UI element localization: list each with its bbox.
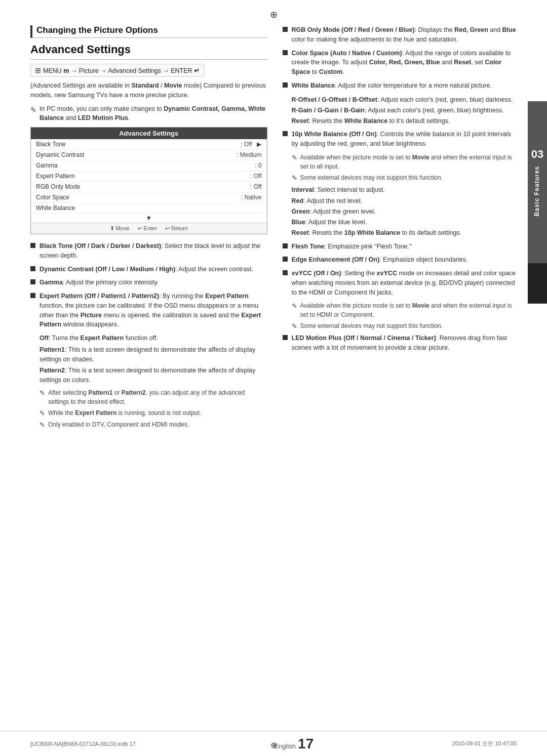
pencil-icon: ✎ <box>292 321 297 331</box>
expert-note-1: ✎ After selecting Pattern1 or Pattern2, … <box>40 388 267 406</box>
white-balance-details: R-Offset / G-Offset / B-Offset: Adjust e… <box>292 95 520 127</box>
bullet-text: RGB Only Mode (Off / Red / Green / Blue)… <box>292 25 520 45</box>
down-arrow-icon: ▼ <box>31 214 267 223</box>
bullet-color-space: Color Space (Auto / Native / Custom): Ad… <box>283 49 520 77</box>
row-label: Expert Pattern <box>31 171 178 182</box>
row-label: Gamma <box>31 160 178 171</box>
xvycc-note-2-text: Some external devices may not support th… <box>300 321 443 331</box>
10p-details: Interval: Select interval to adjust. Red… <box>292 185 520 238</box>
xvycc-note-2: ✎ Some external devices may not support … <box>292 321 520 331</box>
bullet-icon <box>283 335 288 340</box>
table-row-down-arrow: ▼ <box>31 214 267 223</box>
bullet-text: Color Space (Auto / Native / Custom): Ad… <box>292 49 520 77</box>
side-tab: 03 Basic Features <box>528 101 547 263</box>
section-heading-bar: Changing the Picture Options <box>30 25 267 38</box>
settings-rows: Black Tone : Off ▶ Dynamic Contrast : Me… <box>31 139 267 223</box>
bullet-text: White Balance: Adjust the color temperat… <box>292 81 492 91</box>
bullet-icon <box>30 279 35 284</box>
bullet-icon <box>30 293 35 298</box>
menu-icon: ⊞ <box>35 66 41 74</box>
row-label: RGB Only Mode <box>31 182 178 192</box>
footer: [UC8000-NA]BN68-02712A-06L03.indb 17 Eng… <box>0 731 547 756</box>
footer-move: ⬆ Move <box>110 225 130 232</box>
footer-left-text: [UC8000-NA]BN68-02712A-06L03.indb 17 <box>30 741 136 747</box>
pc-mode-note-text: In PC mode, you can only make changes to… <box>40 104 267 123</box>
10p-reset: Reset: Resets the 10p White Balance to i… <box>292 228 520 238</box>
bullet-icon <box>283 27 288 32</box>
expert-pattern2-text: Pattern2: This is a test screen designed… <box>40 366 267 385</box>
row-label: White Balance <box>31 203 178 214</box>
expert-note-2: ✎ While the Expert Pattern is running, s… <box>40 408 267 418</box>
table-title: Advanced Settings <box>31 128 267 139</box>
subsection-title: Advanced Settings <box>30 43 267 60</box>
bullet-expert-pattern: Expert Pattern (Off / Pattern1 / Pattern… <box>30 291 267 329</box>
footer-right-text: 2010-09-01 오전 10:47:00 <box>452 740 517 747</box>
row-value: : Native <box>178 192 267 203</box>
bullet-text: LED Motion Plus (Off / Normal / Cinema /… <box>292 333 520 353</box>
table-row: Gamma : 0 <box>31 160 267 171</box>
pencil-icon: ✎ <box>40 408 45 418</box>
xvycc-note-1-text: Available when the picture mode is set t… <box>300 301 520 319</box>
10p-interval: Interval: Select interval to adjust. <box>292 185 520 195</box>
expert-note-3: ✎ Only enabled in DTV, Component and HDM… <box>40 420 267 430</box>
bullet-white-balance: White Balance: Adjust the color temperat… <box>283 81 520 91</box>
row-value: : Medium <box>178 150 267 160</box>
advanced-settings-table: Advanced Settings Black Tone : Off ▶ Dyn… <box>30 127 267 234</box>
bullet-text: Gamma: Adjust the primary color intensit… <box>40 278 159 287</box>
row-value: : Off ▶ <box>178 139 267 150</box>
expert-pattern1-text: Pattern1: This is a test screen designed… <box>40 345 267 364</box>
bullet-icon <box>30 243 35 248</box>
bullet-dynamic-contrast: Dynamic Contrast (Off / Low / Medium / H… <box>30 265 267 274</box>
chapter-title: Basic Features <box>533 166 541 216</box>
row-value <box>178 203 267 214</box>
menu-nav: ⊞ MENU m → Picture → Advanced Settings →… <box>30 64 204 77</box>
bullet-text: Expert Pattern (Off / Pattern1 / Pattern… <box>40 291 267 329</box>
footer-page-label: English <box>274 742 296 750</box>
10p-red: Red: Adjust the red level. <box>292 196 520 206</box>
row-label: Black Tone <box>31 139 178 150</box>
bullet-text: Flesh Tone: Emphasize pink "Flesh Tone." <box>292 242 412 251</box>
10p-note-1: ✎ Available when the picture mode is set… <box>292 153 520 171</box>
table-row: RGB Only Mode : Off <box>31 182 267 192</box>
table-row: White Balance <box>31 203 267 214</box>
bullet-10p-white-balance: 10p White Balance (Off / On): Controls t… <box>283 130 520 149</box>
bullet-text: Edge Enhancement (Off / On): Emphasize o… <box>292 255 468 265</box>
pencil-icon: ✎ <box>292 173 297 183</box>
row-value: : Off <box>178 182 267 192</box>
top-compass-icon: ⊕ <box>270 9 278 20</box>
table-row: Color Space : Native <box>31 192 267 203</box>
wb-detail-2: R-Gain / G-Gain / B-Gain: Adjust each co… <box>292 105 520 116</box>
expert-note-1-text: After selecting Pattern1 or Pattern2, yo… <box>48 388 267 406</box>
row-label: Color Space <box>31 192 178 203</box>
expert-note-2-text: While the Expert Pattern is running, sou… <box>48 408 201 418</box>
bullet-icon <box>283 243 288 248</box>
bullet-flesh-tone: Flesh Tone: Emphasize pink "Flesh Tone." <box>283 242 520 251</box>
xvycc-note-1: ✎ Available when the picture mode is set… <box>292 301 520 319</box>
table-row: Dynamic Contrast : Medium <box>31 150 267 160</box>
footer-return: ↩ Return <box>165 225 188 232</box>
expert-off-text: Off: Turns the Expert Pattern function o… <box>40 333 267 343</box>
bullet-icon <box>30 266 35 271</box>
bullet-text: xvYCC (Off / On): Setting the xvYCC mode… <box>292 269 520 297</box>
10p-note-2: ✎ Some external devices may not support … <box>292 173 520 183</box>
footer-enter: ↵ Enter <box>138 225 157 232</box>
bullet-edge-enhancement: Edge Enhancement (Off / On): Emphasize o… <box>283 255 520 265</box>
pencil-icon: ✎ <box>40 420 45 430</box>
bullet-icon <box>283 270 288 275</box>
bullet-text: Black Tone (Off / Dark / Darker / Darkes… <box>40 241 267 261</box>
bullet-icon <box>283 257 288 262</box>
chapter-number: 03 <box>531 148 543 161</box>
10p-green: Green: Adjust the green level. <box>292 206 520 217</box>
bullet-icon <box>283 82 288 88</box>
page: ⊕ 03 Basic Features Changing the Picture… <box>0 0 547 756</box>
footer-page-number: 17 <box>298 737 314 751</box>
bullet-led-motion: LED Motion Plus (Off / Normal / Cinema /… <box>283 333 520 353</box>
pencil-icon: ✎ <box>40 388 45 406</box>
bullet-text: 10p White Balance (Off / On): Controls t… <box>292 130 520 149</box>
wb-detail-3: Reset: Resets the White Balance to it's … <box>292 116 520 127</box>
table-row: Black Tone : Off ▶ <box>31 139 267 150</box>
pencil-icon: ✎ <box>292 153 297 171</box>
pencil-icon: ✎ <box>292 301 297 319</box>
table-footer: ⬆ Move ↵ Enter ↩ Return <box>31 223 267 234</box>
bullet-black-tone: Black Tone (Off / Dark / Darker / Darkes… <box>30 241 267 261</box>
